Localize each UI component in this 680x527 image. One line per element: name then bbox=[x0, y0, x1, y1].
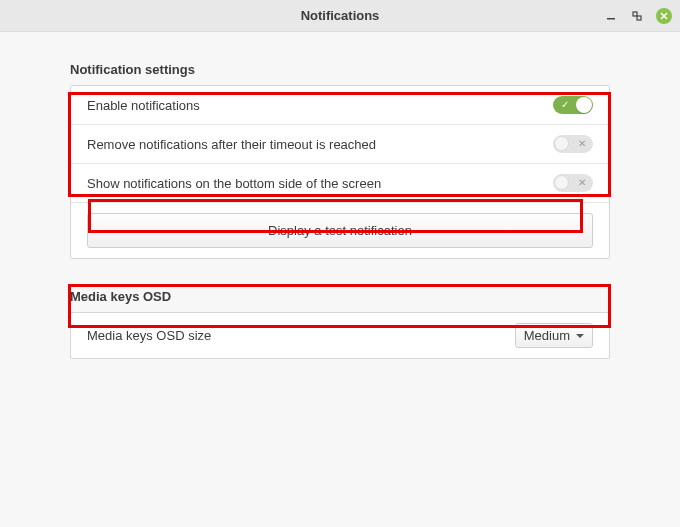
chevron-down-icon bbox=[576, 334, 584, 338]
row-enable-notifications: Enable notifications ✓ bbox=[71, 86, 609, 125]
svg-rect-1 bbox=[633, 12, 637, 16]
cross-icon: ✕ bbox=[578, 178, 586, 188]
titlebar: Notifications bbox=[0, 0, 680, 32]
toggle-knob bbox=[554, 136, 569, 151]
content-area: Notification settings Enable notificatio… bbox=[0, 32, 680, 527]
maximize-button[interactable] bbox=[630, 9, 644, 23]
osd-size-label: Media keys OSD size bbox=[87, 328, 211, 343]
remove-after-timeout-toggle[interactable]: ✕ bbox=[553, 135, 593, 153]
toggle-knob bbox=[554, 175, 569, 190]
row-show-bottom: Show notifications on the bottom side of… bbox=[71, 164, 609, 203]
osd-size-dropdown[interactable]: Medium bbox=[515, 323, 593, 348]
osd-size-value: Medium bbox=[524, 328, 570, 343]
toggle-knob bbox=[576, 97, 592, 113]
checkmark-icon: ✓ bbox=[561, 100, 569, 110]
enable-notifications-toggle[interactable]: ✓ bbox=[553, 96, 593, 114]
media-keys-osd-panel: Media keys OSD size Medium bbox=[70, 312, 610, 359]
enable-notifications-label: Enable notifications bbox=[87, 98, 200, 113]
show-bottom-label: Show notifications on the bottom side of… bbox=[87, 176, 381, 191]
cross-icon: ✕ bbox=[578, 139, 586, 149]
media-keys-osd-header: Media keys OSD bbox=[70, 289, 610, 304]
svg-rect-0 bbox=[607, 18, 615, 20]
window: Notifications Notification settin bbox=[0, 0, 680, 527]
row-remove-after-timeout: Remove notifications after their timeout… bbox=[71, 125, 609, 164]
svg-rect-2 bbox=[637, 16, 641, 20]
notification-settings-header: Notification settings bbox=[70, 62, 610, 77]
window-title: Notifications bbox=[0, 8, 680, 23]
window-controls bbox=[604, 0, 672, 31]
show-bottom-toggle[interactable]: ✕ bbox=[553, 174, 593, 192]
remove-after-timeout-label: Remove notifications after their timeout… bbox=[87, 137, 376, 152]
minimize-button[interactable] bbox=[604, 9, 618, 23]
display-test-notification-button[interactable]: Display a test notification bbox=[87, 213, 593, 248]
close-button[interactable] bbox=[656, 8, 672, 24]
test-notification-row: Display a test notification bbox=[71, 203, 609, 258]
row-osd-size: Media keys OSD size Medium bbox=[71, 313, 609, 358]
notification-settings-panel: Enable notifications ✓ Remove notificati… bbox=[70, 85, 610, 259]
